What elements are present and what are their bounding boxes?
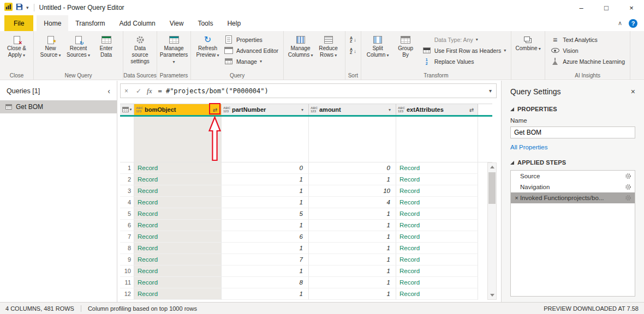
- applied-step-invoked-functionprojects-bo[interactable]: ×Invoked Functionprojects/bo...: [511, 192, 635, 203]
- reduce-rows-button[interactable]: Reduce Rows ▾: [314, 32, 342, 58]
- column-header-extAttributes[interactable]: ABC123extAttributes⇄: [396, 104, 478, 115]
- azure-machine-learning-button[interactable]: Azure Machine Learning: [548, 56, 627, 67]
- data-source-settings-button[interactable]: Data source settings: [126, 32, 154, 65]
- record-link[interactable]: Record: [138, 222, 158, 228]
- grid-cell[interactable]: Record: [396, 220, 478, 231]
- scrollbar-thumb[interactable]: [488, 172, 496, 204]
- save-icon[interactable]: [16, 3, 23, 12]
- properties-section-header[interactable]: PROPERTIES: [510, 106, 635, 112]
- tab-file[interactable]: File: [4, 15, 33, 31]
- column-type-icon[interactable]: ABC123: [136, 106, 143, 113]
- record-link[interactable]: Record: [399, 268, 420, 274]
- replace-values-button[interactable]: 12Replace Values: [420, 56, 509, 67]
- record-link[interactable]: Record: [138, 233, 158, 240]
- enter-data-button[interactable]: Enter Data: [92, 32, 120, 58]
- grid-cell[interactable]: 0: [222, 162, 309, 174]
- row-number[interactable]: 6: [120, 220, 134, 231]
- grid-cell[interactable]: 1: [309, 174, 396, 185]
- grid-cell[interactable]: Record: [396, 197, 478, 208]
- grid-cell[interactable]: 1: [309, 265, 396, 277]
- row-number[interactable]: 9: [120, 254, 134, 265]
- new-source-button[interactable]: *New Source ▾: [37, 32, 64, 58]
- recent-sources-button[interactable]: ↻Recent Sources ▾: [64, 32, 92, 58]
- grid-cell[interactable]: 5: [222, 208, 309, 220]
- grid-cell[interactable]: 1: [222, 185, 309, 197]
- record-link[interactable]: Record: [138, 176, 158, 183]
- text-analytics-button[interactable]: ≡Text Analytics: [548, 34, 627, 45]
- data-type-any-button[interactable]: Data Type: Any▾: [420, 34, 509, 45]
- expand-column-icon[interactable]: ⇄: [467, 107, 476, 113]
- select-all-corner[interactable]: ▾: [120, 104, 134, 115]
- query-name-input[interactable]: [510, 126, 635, 138]
- row-number[interactable]: 3: [120, 185, 134, 197]
- record-link[interactable]: Record: [138, 291, 158, 297]
- tab-add-column[interactable]: Add Column: [112, 15, 163, 31]
- split-column-button[interactable]: Split Column ▾: [364, 32, 392, 58]
- use-first-row-as-headers-button[interactable]: Use First Row as Headers▾: [420, 45, 509, 56]
- maximize-button[interactable]: □: [594, 0, 619, 15]
- collapse-pane-icon[interactable]: ‹: [108, 87, 110, 95]
- column-type-icon[interactable]: ABC123: [223, 106, 230, 113]
- row-number[interactable]: 1: [120, 162, 134, 174]
- manage-columns-button[interactable]: Manage Columns ▾: [287, 32, 314, 58]
- manage-parameters-button[interactable]: Manage Parameters ▾: [160, 32, 188, 65]
- delete-step-icon[interactable]: ×: [513, 195, 520, 201]
- grid-cell[interactable]: 1: [309, 288, 396, 300]
- grid-cell[interactable]: 1: [222, 174, 309, 185]
- column-type-icon[interactable]: ABC123: [398, 106, 405, 113]
- grid-cell[interactable]: Record: [134, 265, 222, 277]
- record-link[interactable]: Record: [399, 233, 420, 240]
- record-link[interactable]: Record: [399, 176, 420, 183]
- row-number[interactable]: 10: [120, 265, 134, 277]
- record-link[interactable]: Record: [138, 268, 158, 274]
- tab-tools[interactable]: Tools: [190, 15, 220, 31]
- quick-access-dropdown-icon[interactable]: ▾: [26, 5, 29, 10]
- grid-cell[interactable]: 1: [222, 220, 309, 231]
- grid-cell[interactable]: 1: [309, 277, 396, 288]
- record-link[interactable]: Record: [399, 245, 420, 251]
- sort-ascending-button[interactable]: AZ↓: [348, 35, 358, 45]
- column-header-bomObject[interactable]: ABC123bomObject⇄: [134, 104, 222, 115]
- grid-cell[interactable]: Record: [134, 162, 222, 174]
- grid-cell[interactable]: 1: [222, 265, 309, 277]
- filter-dropdown-icon[interactable]: ▾: [298, 107, 307, 112]
- row-number[interactable]: 4: [120, 197, 134, 208]
- row-number[interactable]: 8: [120, 243, 134, 254]
- grid-cell[interactable]: 8: [222, 277, 309, 288]
- record-link[interactable]: Record: [138, 188, 158, 194]
- grid-cell[interactable]: Record: [134, 174, 222, 185]
- row-number[interactable]: 12: [120, 288, 134, 300]
- record-link[interactable]: Record: [399, 199, 420, 206]
- grid-cell[interactable]: 1: [309, 254, 396, 265]
- sort-descending-button[interactable]: AZ↓: [348, 46, 358, 56]
- record-link[interactable]: Record: [399, 188, 420, 194]
- grid-cell[interactable]: 10: [309, 185, 396, 197]
- applied-steps-section-header[interactable]: APPLIED STEPS: [510, 159, 635, 166]
- grid-cell[interactable]: Record: [134, 197, 222, 208]
- grid-cell[interactable]: Record: [396, 288, 478, 300]
- column-header-partNumber[interactable]: ABC123partNumber▾: [222, 104, 309, 115]
- grid-cell[interactable]: Record: [134, 231, 222, 243]
- grid-cell[interactable]: Record: [396, 231, 478, 243]
- step-settings-gear-icon[interactable]: [625, 184, 631, 190]
- tab-home[interactable]: Home: [37, 15, 68, 31]
- grid-cell[interactable]: Record: [134, 185, 222, 197]
- grid-cell[interactable]: Record: [134, 243, 222, 254]
- grid-cell[interactable]: Record: [134, 220, 222, 231]
- all-properties-link[interactable]: All Properties: [510, 144, 635, 150]
- grid-cell[interactable]: Record: [134, 254, 222, 265]
- grid-cell[interactable]: 1: [222, 197, 309, 208]
- formula-commit-icon[interactable]: ✓: [132, 87, 145, 95]
- grid-cell[interactable]: 0: [309, 162, 396, 174]
- record-link[interactable]: Record: [138, 199, 158, 206]
- vision-button[interactable]: Vision: [548, 45, 627, 56]
- grid-cell[interactable]: Record: [396, 265, 478, 277]
- close-button[interactable]: ×: [619, 0, 644, 15]
- record-link[interactable]: Record: [399, 291, 420, 297]
- record-link[interactable]: Record: [138, 279, 158, 286]
- formula-cancel-icon[interactable]: ×: [121, 87, 132, 95]
- step-settings-gear-icon[interactable]: [625, 173, 631, 179]
- row-number[interactable]: 11: [120, 277, 134, 288]
- grid-cell[interactable]: 6: [222, 231, 309, 243]
- record-link[interactable]: Record: [399, 210, 420, 217]
